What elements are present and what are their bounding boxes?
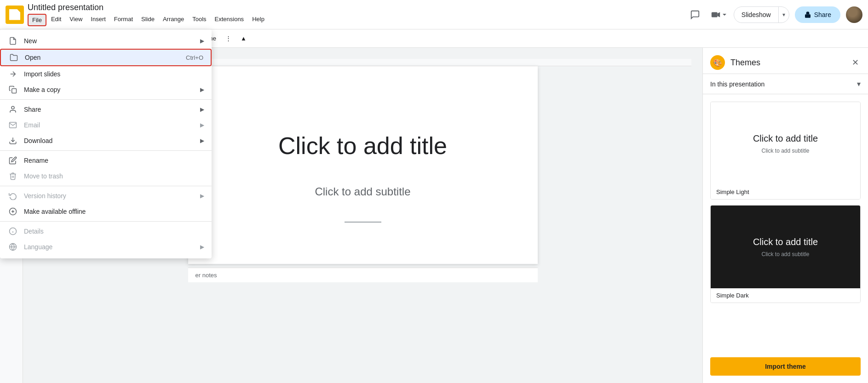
history-icon bbox=[7, 192, 18, 200]
open-label: Open bbox=[25, 54, 40, 61]
download-arrow: ▶ bbox=[200, 137, 204, 144]
menu-item-details[interactable]: Details bbox=[0, 223, 212, 239]
theme-name-light: Simple Light bbox=[711, 185, 860, 199]
email-icon bbox=[7, 121, 18, 129]
menu-divider-2 bbox=[0, 150, 212, 151]
menu-slide[interactable]: Slide bbox=[138, 14, 158, 26]
theme-preview-light: Click to add title Click to add subtitle bbox=[711, 102, 860, 185]
themes-filter-chevron: ▾ bbox=[857, 80, 861, 88]
slideshow-button[interactable]: Slideshow ▾ bbox=[734, 6, 789, 23]
share-button[interactable]: Share bbox=[795, 6, 840, 23]
svg-rect-0 bbox=[712, 12, 718, 17]
menu-format[interactable]: Format bbox=[110, 14, 137, 26]
theme-preview-title-light: Click to add title bbox=[753, 133, 818, 144]
collapse-toolbar-button[interactable]: ▲ bbox=[237, 33, 250, 44]
menu-insert[interactable]: Insert bbox=[87, 14, 109, 26]
email-arrow: ▶ bbox=[200, 122, 204, 128]
history-arrow: ▶ bbox=[200, 193, 204, 199]
import-slides-icon bbox=[7, 70, 18, 78]
main-layout: 1 New ▶ bbox=[0, 48, 868, 383]
svg-rect-12 bbox=[12, 89, 17, 93]
menu-item-version-history[interactable]: Version history ▶ bbox=[0, 188, 212, 204]
themes-header: 🎨 Themes ✕ bbox=[703, 48, 868, 74]
menu-extensions[interactable]: Extensions bbox=[211, 14, 248, 26]
menu-item-import-slides[interactable]: Import slides bbox=[0, 66, 212, 82]
theme-card-simple-dark[interactable]: Click to add title Click to add subtitle… bbox=[710, 205, 861, 303]
comment-icon[interactable] bbox=[686, 6, 704, 24]
menu-view[interactable]: View bbox=[66, 14, 86, 26]
speaker-notes[interactable]: er notes bbox=[188, 268, 538, 282]
theme-preview-subtitle-light: Click to add subtitle bbox=[761, 148, 809, 154]
menu-bar: File Edit View Insert Format Slide Arran… bbox=[28, 14, 686, 26]
menu-item-trash[interactable]: Move to trash bbox=[0, 168, 212, 184]
offline-icon bbox=[7, 207, 18, 216]
topbar: Untitled presentation File Edit View Ins… bbox=[0, 0, 868, 29]
rename-label: Rename bbox=[24, 157, 48, 164]
language-label: Language bbox=[24, 243, 52, 251]
theme-preview-dark: Click to add title Click to add subtitle bbox=[711, 206, 860, 288]
menu-arrange[interactable]: Arrange bbox=[159, 14, 188, 26]
themes-filter-dropdown[interactable]: In this presentation ▾ bbox=[703, 74, 868, 94]
download-icon bbox=[7, 137, 18, 145]
slide-subtitle-placeholder[interactable]: Click to add subtitle bbox=[315, 185, 410, 198]
theme-card-simple-light[interactable]: Click to add title Click to add subtitle… bbox=[710, 102, 861, 200]
share-arrow: ▶ bbox=[200, 106, 204, 113]
menu-item-language[interactable]: Language ▶ bbox=[0, 239, 212, 255]
themes-close-button[interactable]: ✕ bbox=[850, 56, 861, 69]
theme-name-dark: Simple Dark bbox=[711, 288, 860, 303]
svg-rect-2 bbox=[805, 14, 811, 17]
menu-item-open[interactable]: Open Ctrl+O bbox=[0, 49, 212, 66]
open-shortcut: Ctrl+O bbox=[186, 54, 203, 61]
menu-edit[interactable]: Edit bbox=[47, 14, 65, 26]
menu-item-new[interactable]: New ▶ bbox=[0, 33, 212, 49]
import-slides-label: Import slides bbox=[24, 70, 60, 78]
user-avatar[interactable] bbox=[846, 6, 862, 23]
slideshow-main-button[interactable]: Slideshow bbox=[734, 7, 779, 23]
menu-help[interactable]: Help bbox=[248, 14, 268, 26]
slide-title-placeholder[interactable]: Click to add title bbox=[278, 132, 447, 160]
email-label: Email bbox=[24, 121, 40, 129]
menu-divider-1 bbox=[0, 99, 212, 100]
new-arrow: ▶ bbox=[200, 38, 204, 44]
themes-panel: 🎨 Themes ✕ In this presentation ▾ Click … bbox=[702, 48, 868, 383]
new-label: New bbox=[24, 37, 37, 45]
language-arrow: ▶ bbox=[200, 244, 204, 250]
details-label: Details bbox=[24, 228, 44, 235]
meet-icon[interactable] bbox=[710, 6, 728, 24]
menu-item-share[interactable]: Share ▶ bbox=[0, 102, 212, 117]
slide-divider-line bbox=[345, 222, 381, 223]
app-icon bbox=[6, 6, 24, 24]
trash-label: Move to trash bbox=[24, 172, 63, 180]
menu-item-make-copy[interactable]: Make a copy ▶ bbox=[0, 82, 212, 97]
slide-canvas[interactable]: Click to add title Click to add subtitle bbox=[188, 66, 538, 264]
download-label: Download bbox=[24, 137, 52, 144]
menu-divider-4 bbox=[0, 221, 212, 222]
themes-filter-label: In this presentation bbox=[710, 80, 857, 88]
share-icon bbox=[7, 105, 18, 114]
language-icon bbox=[7, 243, 18, 251]
details-icon bbox=[7, 227, 18, 235]
copy-label: Make a copy bbox=[24, 86, 60, 93]
more-options-button[interactable]: ⋮ bbox=[222, 33, 235, 44]
menu-item-download[interactable]: Download ▶ bbox=[0, 133, 212, 149]
share-label: Share bbox=[24, 106, 41, 113]
themes-palette-icon: 🎨 bbox=[710, 55, 725, 70]
theme-preview-subtitle-dark: Click to add subtitle bbox=[761, 251, 809, 257]
menu-item-rename[interactable]: Rename bbox=[0, 153, 212, 168]
svg-marker-1 bbox=[717, 12, 720, 17]
rename-icon bbox=[7, 156, 18, 165]
menu-item-offline[interactable]: Make available offline bbox=[0, 204, 212, 219]
version-history-label: Version history bbox=[24, 192, 66, 200]
menu-item-email[interactable]: Email ▶ bbox=[0, 117, 212, 133]
themes-scroll-area: Click to add title Click to add subtitle… bbox=[703, 94, 868, 352]
topbar-right: Slideshow ▾ Share bbox=[686, 6, 862, 24]
import-theme-button[interactable]: Import theme bbox=[710, 357, 861, 376]
menu-file[interactable]: File bbox=[28, 14, 46, 26]
new-icon bbox=[7, 37, 18, 45]
file-menu-overlay: New ▶ Open Ctrl+O bbox=[0, 29, 212, 258]
open-icon bbox=[8, 53, 19, 62]
slideshow-dropdown-arrow[interactable]: ▾ bbox=[779, 7, 789, 23]
document-title[interactable]: Untitled presentation bbox=[28, 3, 686, 13]
themes-title: Themes bbox=[730, 58, 850, 68]
menu-tools[interactable]: Tools bbox=[189, 14, 210, 26]
